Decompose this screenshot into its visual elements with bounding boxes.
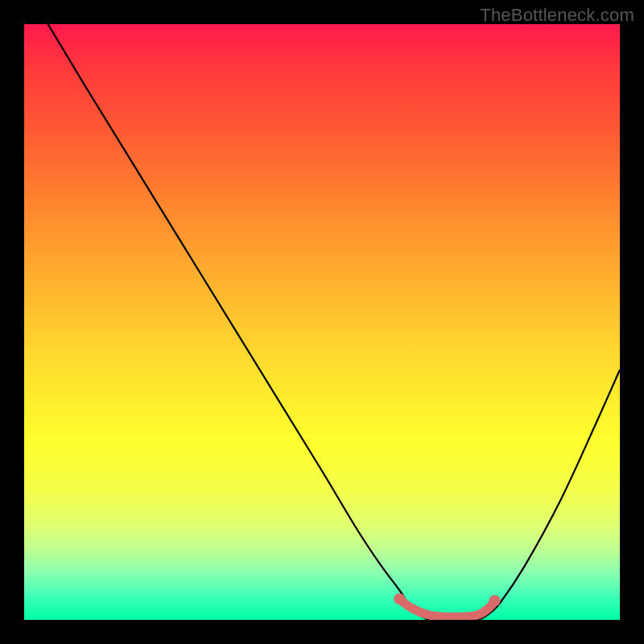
optimal-range-marker-right-dot [489, 595, 501, 606]
plot-frame [24, 24, 620, 620]
optimal-range-marker-line [399, 599, 494, 617]
watermark-text: TheBottleneck.com [480, 5, 634, 26]
optimal-range-marker-left-dot [394, 593, 405, 605]
chart-svg [24, 24, 620, 620]
bottleneck-curve-line [48, 24, 620, 620]
plot-area [24, 24, 620, 620]
